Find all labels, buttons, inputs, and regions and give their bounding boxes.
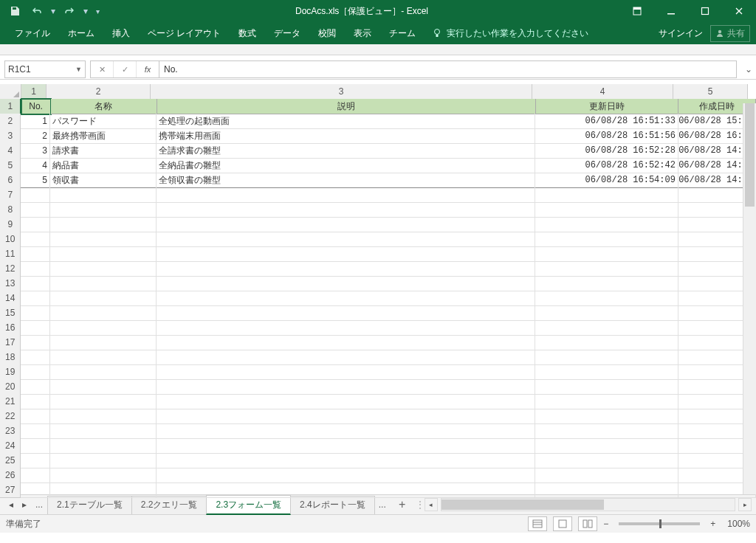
zoom-level[interactable]: 100%: [727, 519, 750, 529]
cell[interactable]: [535, 291, 678, 306]
cell[interactable]: [21, 379, 49, 395]
select-all-button[interactable]: [0, 84, 21, 100]
header-cell[interactable]: 名称: [51, 99, 157, 114]
cell[interactable]: [50, 232, 157, 247]
cell[interactable]: 領収書: [50, 173, 157, 188]
cell[interactable]: [21, 483, 49, 498]
col-header[interactable]: 5: [673, 84, 748, 100]
cell[interactable]: [157, 394, 535, 409]
cell[interactable]: 納品書: [50, 158, 157, 173]
chevron-down-icon[interactable]: ▼: [75, 66, 82, 73]
cell[interactable]: 全処理の起動画面: [157, 114, 535, 129]
zoom-in-button[interactable]: +: [710, 519, 715, 529]
cell[interactable]: 全請求書の雛型: [157, 143, 535, 159]
cell[interactable]: [21, 232, 49, 247]
cell[interactable]: [50, 423, 157, 439]
row-header[interactable]: 23: [0, 423, 21, 439]
row-header[interactable]: 11: [0, 246, 21, 262]
cell[interactable]: [50, 438, 157, 454]
cell[interactable]: [535, 335, 678, 350]
signin-link[interactable]: サインイン: [659, 27, 703, 40]
cell[interactable]: 請求書: [50, 143, 157, 159]
cell[interactable]: [50, 483, 157, 498]
col-header[interactable]: 3: [151, 84, 532, 100]
name-box[interactable]: R1C1 ▼: [4, 60, 86, 78]
cell[interactable]: [157, 276, 535, 291]
view-normal-button[interactable]: [528, 516, 547, 531]
col-header[interactable]: 2: [47, 84, 151, 100]
cell[interactable]: [50, 409, 157, 424]
cell[interactable]: [50, 468, 157, 483]
cell[interactable]: [50, 379, 157, 395]
enter-formula-button[interactable]: ✓: [114, 61, 137, 77]
row-header[interactable]: 14: [0, 291, 21, 306]
tab-ellipsis-left[interactable]: ...: [31, 499, 47, 510]
cell[interactable]: 2: [21, 128, 49, 144]
cell[interactable]: [50, 261, 157, 277]
cell[interactable]: [535, 232, 678, 247]
zoom-slider[interactable]: [619, 522, 700, 525]
sheet-tab[interactable]: 2.1テーブル一覧: [47, 496, 132, 514]
view-pagelayout-button[interactable]: [553, 516, 572, 531]
hscroll-right[interactable]: ▸: [738, 498, 752, 511]
new-sheet-button[interactable]: +: [394, 498, 411, 511]
row-header[interactable]: 6: [0, 173, 21, 188]
cell[interactable]: [50, 246, 157, 262]
row-header[interactable]: 5: [0, 158, 21, 173]
cell[interactable]: [21, 276, 49, 291]
fx-button[interactable]: fx: [137, 61, 159, 77]
cell[interactable]: [157, 305, 535, 321]
cell[interactable]: 06/08/28 16:52:28: [535, 143, 678, 159]
row-header[interactable]: 4: [0, 143, 21, 159]
cell[interactable]: [21, 202, 49, 218]
header-cell[interactable]: No.: [21, 99, 50, 114]
cell[interactable]: [157, 379, 535, 395]
cell[interactable]: [21, 394, 49, 409]
row-header[interactable]: 20: [0, 379, 21, 395]
cell[interactable]: [535, 320, 678, 336]
tab-pagelayout[interactable]: ページ レイアウト: [139, 22, 230, 44]
cell[interactable]: [157, 187, 535, 203]
sheet-tab-active[interactable]: 2.3フォーム一覧: [206, 495, 291, 515]
cell[interactable]: パスワード: [50, 114, 157, 129]
cell[interactable]: [21, 187, 49, 203]
cell[interactable]: [157, 202, 535, 218]
cell[interactable]: [21, 409, 49, 424]
cell[interactable]: [157, 232, 535, 247]
cell[interactable]: [21, 364, 49, 380]
cell[interactable]: [535, 202, 678, 218]
cell[interactable]: [21, 217, 49, 232]
cell[interactable]: [50, 187, 157, 203]
cell[interactable]: [535, 276, 678, 291]
cell[interactable]: [535, 423, 678, 439]
row-header[interactable]: 17: [0, 335, 21, 350]
tab-ellipsis-right[interactable]: ...: [374, 499, 391, 510]
cell[interactable]: [535, 379, 678, 395]
cell[interactable]: [21, 320, 49, 336]
tab-view[interactable]: 表示: [345, 22, 380, 44]
horizontal-scrollbar[interactable]: [441, 498, 735, 511]
cell[interactable]: [21, 438, 49, 454]
cell[interactable]: [21, 468, 49, 483]
tab-review[interactable]: 校閲: [309, 22, 345, 44]
cell[interactable]: 4: [21, 158, 49, 173]
cell[interactable]: [50, 364, 157, 380]
tab-home[interactable]: ホーム: [59, 22, 103, 44]
cell[interactable]: [50, 350, 157, 365]
row-header[interactable]: 16: [0, 320, 21, 336]
cell[interactable]: 5: [21, 173, 49, 188]
row-header[interactable]: 1: [0, 99, 21, 114]
cell[interactable]: [21, 335, 49, 350]
cell[interactable]: [50, 453, 157, 468]
cell[interactable]: [21, 246, 49, 262]
cell[interactable]: [157, 409, 535, 424]
tab-data[interactable]: データ: [265, 22, 309, 44]
cell[interactable]: [21, 291, 49, 306]
cell[interactable]: [157, 320, 535, 336]
qat-customize-icon[interactable]: ▾: [92, 1, 103, 21]
cell[interactable]: [535, 453, 678, 468]
cell[interactable]: [157, 217, 535, 232]
row-header[interactable]: 27: [0, 483, 21, 498]
row-header[interactable]: 19: [0, 364, 21, 380]
row-header[interactable]: 3: [0, 128, 21, 144]
